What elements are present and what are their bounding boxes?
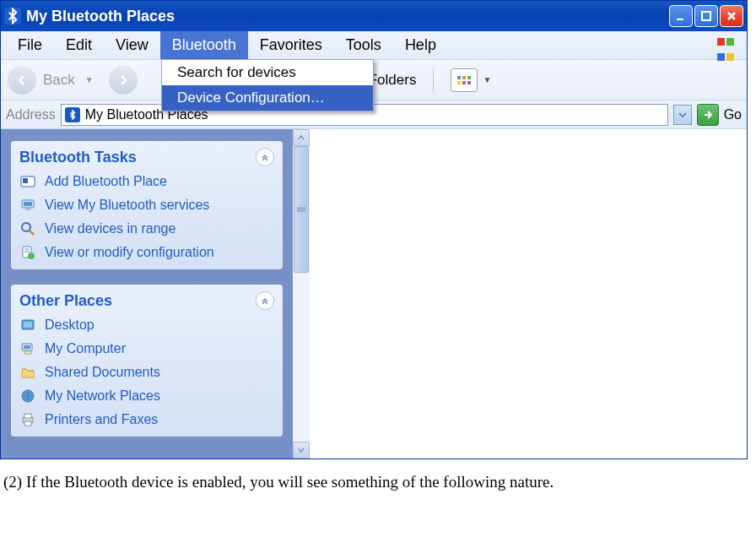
menubar: File Edit View Bluetooth Favorites Tools… [1,31,747,60]
dropdown-search-devices[interactable]: Search for devices [162,60,373,85]
place-printers-faxes[interactable]: Printers and Faxes [19,411,274,428]
place-desktop[interactable]: Desktop [19,317,274,334]
task-view-devices[interactable]: View devices in range [19,220,274,237]
task-label: View or modify configuration [45,245,214,260]
folder-icon [19,364,36,381]
svg-rect-1 [702,12,710,20]
windows-flag-icon [716,35,742,57]
svg-rect-21 [24,421,31,426]
svg-rect-5 [24,202,32,206]
computer-icon [19,197,36,214]
network-places-icon [19,388,36,404]
svg-rect-20 [24,414,31,418]
magnifier-icon [19,220,36,237]
svg-rect-17 [24,351,31,354]
go-button[interactable] [697,104,719,126]
menu-favorites[interactable]: Favorites [248,31,334,59]
svg-rect-16 [24,345,30,349]
addressbar: Address My Bluetooth Places Go [1,100,747,129]
scroll-track[interactable] [293,146,310,442]
menu-bluetooth[interactable]: Bluetooth [160,31,248,59]
menu-tools[interactable]: Tools [334,31,393,59]
back-button[interactable] [8,66,36,95]
toolbar-divider [433,68,434,93]
folders-label: Folders [369,72,417,89]
menu-help[interactable]: Help [393,31,448,59]
back-dropdown-arrow[interactable]: ▼ [85,75,94,84]
titlebar: My Bluetooth Places [1,1,747,31]
task-list: Desktop My Computer Shared Documents [19,317,274,428]
collapse-button[interactable] [256,148,274,166]
bluetooth-place-icon [19,173,36,190]
my-computer-icon [19,340,36,357]
window-frame: My Bluetooth Places File Edit View Bluet… [0,0,748,459]
panel-title: Other Places [19,292,112,310]
panel-title: Bluetooth Tasks [19,149,137,166]
config-icon [19,244,36,261]
svg-rect-0 [677,19,683,20]
other-places-panel: Other Places Desktop [11,285,283,437]
task-label: Shared Documents [45,365,160,380]
svg-point-7 [22,223,30,231]
bluetooth-tasks-panel: Bluetooth Tasks Add Bluetooth Place [11,141,283,269]
scrollbar [293,129,310,459]
task-view-services[interactable]: View My Bluetooth services [19,197,274,214]
close-button[interactable] [720,5,743,27]
maximize-button[interactable] [694,5,718,27]
place-network-places[interactable]: My Network Places [19,388,274,404]
svg-rect-3 [23,178,28,183]
task-modify-config[interactable]: View or modify configuration [19,244,274,261]
desktop-icon [19,317,36,334]
panel-header: Bluetooth Tasks [19,148,274,166]
dropdown-device-configuration[interactable]: Device Configuration… [162,85,373,111]
place-shared-documents[interactable]: Shared Documents [19,364,274,381]
view-grid-icon [451,68,478,92]
task-label: My Network Places [45,388,160,404]
task-label: Printers and Faxes [45,412,158,427]
main-content-area [310,129,747,459]
go-label: Go [724,107,742,122]
forward-button[interactable] [109,66,138,95]
svg-line-8 [30,231,34,235]
toolbar: Back ▼ Folders ▼ [1,60,747,100]
svg-rect-6 [25,209,30,210]
bluetooth-dropdown-menu: Search for devices Device Configuration… [161,59,374,111]
svg-point-12 [28,252,35,259]
task-label: View My Bluetooth services [45,198,209,213]
minimize-button[interactable] [669,5,693,27]
caption-text: (2) If the Bluetooth device is enabled, … [3,473,753,491]
panel-header: Other Places [19,291,274,310]
content-area: Bluetooth Tasks Add Bluetooth Place [1,129,747,459]
window-controls [669,5,743,27]
task-label: Desktop [45,317,94,333]
task-label: Add Bluetooth Place [45,174,167,189]
task-label: My Computer [45,341,126,356]
printer-icon [19,411,36,428]
scroll-down-button[interactable] [293,442,310,459]
sidebar: Bluetooth Tasks Add Bluetooth Place [1,129,293,459]
scroll-thumb[interactable] [294,146,309,273]
view-mode-button[interactable]: ▼ [444,65,498,95]
svg-rect-14 [24,322,32,328]
menu-edit[interactable]: Edit [54,31,104,59]
address-label: Address [6,107,56,122]
task-label: View devices in range [45,221,176,236]
task-add-bluetooth-place[interactable]: Add Bluetooth Place [19,173,274,190]
scroll-up-button[interactable] [293,129,310,146]
collapse-button[interactable] [256,291,274,310]
address-dropdown-button[interactable] [673,105,692,125]
task-list: Add Bluetooth Place View My Bluetooth se… [19,173,274,261]
back-label: Back [43,72,75,89]
menu-view[interactable]: View [104,31,160,59]
bluetooth-app-icon [4,8,21,24]
place-my-computer[interactable]: My Computer [19,340,274,357]
window-title: My Bluetooth Places [26,8,669,25]
menu-file[interactable]: File [6,31,54,59]
bluetooth-location-icon [65,107,80,122]
